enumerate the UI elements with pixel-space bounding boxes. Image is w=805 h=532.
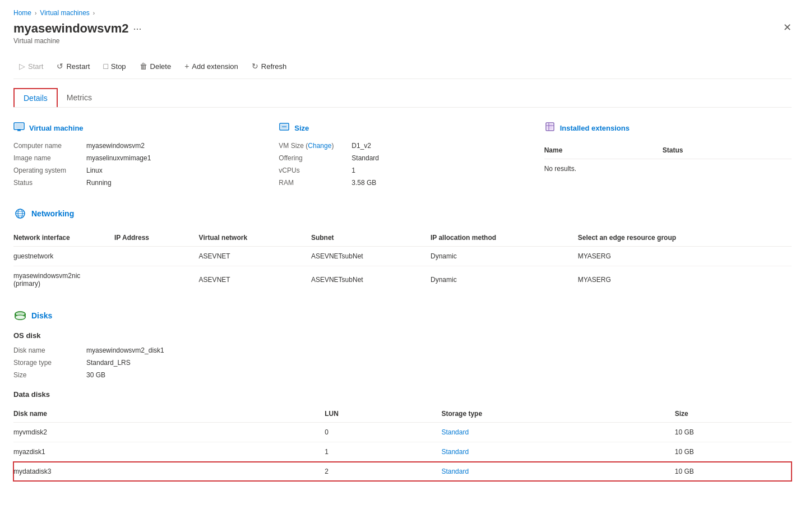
disks-icon (13, 309, 27, 322)
os-disk-field-row: Size30 GB (13, 371, 792, 379)
add-icon: + (184, 62, 189, 71)
os-disk-value: 30 GB (86, 371, 105, 379)
disk-col-size: Size (675, 405, 792, 423)
vm-field-row: Operating systemLinux (13, 166, 261, 174)
disk-storage-type: Standard (441, 462, 674, 482)
refresh-button[interactable]: ↻ Refresh (246, 58, 293, 74)
tab-metrics[interactable]: Metrics (58, 88, 101, 107)
disk-col-name: Disk name (13, 405, 325, 423)
networking-icon (13, 207, 27, 220)
restart-icon: ↺ (57, 62, 63, 71)
networking-row: myasewindowsvm2nic (primary) ASEVNET ASE… (13, 266, 792, 294)
vm-fields: Computer namemyasewindowsvm2Image namemy… (13, 142, 261, 187)
add-extension-button[interactable]: + Add extension (179, 58, 244, 74)
os-disk-subtitle: OS disk (13, 331, 792, 340)
networking-title: Networking (31, 209, 74, 218)
disk-lun: 0 (325, 423, 441, 442)
close-button[interactable]: ✕ (783, 21, 792, 34)
size-info-column: Size VM Size (Change)D1_v2OfferingStanda… (279, 121, 526, 191)
size-field-label: Offering (279, 154, 351, 162)
start-icon: ▷ (19, 62, 25, 71)
vm-field-row: Computer namemyasewindowsvm2 (13, 142, 261, 150)
vm-field-label: Status (13, 179, 86, 187)
refresh-icon: ↻ (252, 62, 258, 71)
size-section-icon (279, 121, 290, 135)
size-field-row: vCPUs1 (279, 166, 526, 174)
disk-size: 10 GB (675, 423, 792, 442)
vm-field-value: Linux (86, 166, 103, 174)
disk-lun: 2 (325, 462, 441, 482)
net-col-rg: Select an edge resource group (578, 229, 792, 247)
delete-button[interactable]: 🗑 Delete (134, 58, 177, 74)
ext-col-name: Name (544, 142, 663, 159)
vm-field-value: myaselinuxvmimage1 (86, 154, 151, 162)
vm-field-row: Image namemyaselinuxvmimage1 (13, 154, 261, 162)
size-field-value: Standard (351, 154, 379, 162)
page-title: myasewindowsvm2 (13, 21, 128, 36)
data-disk-row: mydatadisk3 2 Standard 10 GB (13, 462, 792, 482)
size-field-value: D1_v2 (351, 142, 371, 150)
svg-rect-1 (15, 124, 23, 128)
disk-name: myvmdisk2 (13, 423, 325, 442)
tabs: Details Metrics (13, 88, 792, 108)
os-disk-value: myasewindowsvm2_disk1 (86, 346, 164, 354)
disk-size: 10 GB (675, 442, 792, 462)
net-col-allocation: IP allocation method (431, 229, 578, 247)
net-rg: MYASERG (578, 247, 792, 266)
restart-button[interactable]: ↺ Restart (51, 58, 95, 74)
tab-details[interactable]: Details (13, 88, 58, 107)
size-field-label: VM Size (Change) (279, 142, 351, 150)
disk-storage-type: Standard (441, 423, 674, 442)
disk-name: myazdisk1 (13, 442, 325, 462)
net-ip (114, 247, 199, 266)
net-allocation: Dynamic (431, 247, 578, 266)
os-disk-label: Storage type (13, 359, 86, 367)
os-disk-field-row: Storage typeStandard_LRS (13, 359, 792, 367)
extensions-section-icon (544, 121, 556, 135)
vm-field-value: myasewindowsvm2 (86, 142, 145, 150)
os-disk-subsection: OS disk Disk namemyasewindowsvm2_disk1St… (13, 331, 792, 379)
disk-col-storage: Storage type (441, 405, 674, 423)
disk-name: mydatadisk3 (13, 462, 325, 482)
change-size-link[interactable]: Change (308, 142, 331, 150)
net-subnet: ASEVNETsubNet (311, 266, 431, 294)
disk-storage-type: Standard (441, 442, 674, 462)
disk-col-lun: LUN (325, 405, 441, 423)
disk-lun: 1 (325, 442, 441, 462)
net-vnet: ASEVNET (199, 247, 311, 266)
disks-section: Disks OS disk Disk namemyasewindowsvm2_d… (13, 309, 792, 481)
net-interface: myasewindowsvm2nic (primary) (13, 266, 114, 294)
breadcrumb-home[interactable]: Home (13, 9, 31, 17)
size-fields: VM Size (Change)D1_v2OfferingStandardvCP… (279, 142, 526, 187)
more-options-icon[interactable]: ··· (133, 23, 141, 35)
ext-no-results-row: No results. (544, 159, 792, 179)
data-disks-table: Disk name LUN Storage type Size myvmdisk… (13, 405, 792, 481)
data-disks-subsection: Data disks Disk name LUN Storage type Si… (13, 390, 792, 481)
ext-col-status: Status (663, 142, 792, 159)
breadcrumb: Home › Virtual machines › (13, 9, 792, 17)
breadcrumb-vms[interactable]: Virtual machines (40, 9, 90, 17)
disk-size: 10 GB (675, 462, 792, 482)
data-disk-row: myazdisk1 1 Standard 10 GB (13, 442, 792, 462)
net-col-subnet: Subnet (311, 229, 431, 247)
extensions-table: Name Status No results. (544, 142, 792, 178)
net-col-ip: IP Address (114, 229, 199, 247)
stop-button[interactable]: □ Stop (98, 58, 131, 74)
stop-icon: □ (103, 62, 108, 71)
os-disk-value: Standard_LRS (86, 359, 131, 367)
data-disks-rows: myvmdisk2 0 Standard 10 GB myazdisk1 1 S… (13, 423, 792, 482)
size-field-row: OfferingStandard (279, 154, 526, 162)
net-allocation: Dynamic (431, 266, 578, 294)
toolbar: ▷ Start ↺ Restart □ Stop 🗑 Delete + Add … (13, 54, 792, 79)
size-field-value: 3.58 GB (351, 179, 376, 187)
delete-icon: 🗑 (140, 62, 147, 71)
net-col-interface: Network interface (13, 229, 114, 247)
info-columns: Virtual machine Computer namemyasewindow… (13, 121, 792, 191)
vm-field-label: Computer name (13, 142, 86, 150)
vm-section-icon (13, 121, 25, 135)
vm-info-column: Virtual machine Computer namemyasewindow… (13, 121, 261, 191)
size-field-label: vCPUs (279, 166, 351, 174)
net-subnet: ASEVNETsubNet (311, 247, 431, 266)
page-header: myasewindowsvm2 ··· Virtual machine ✕ (13, 21, 792, 45)
start-button[interactable]: ▷ Start (13, 58, 49, 74)
